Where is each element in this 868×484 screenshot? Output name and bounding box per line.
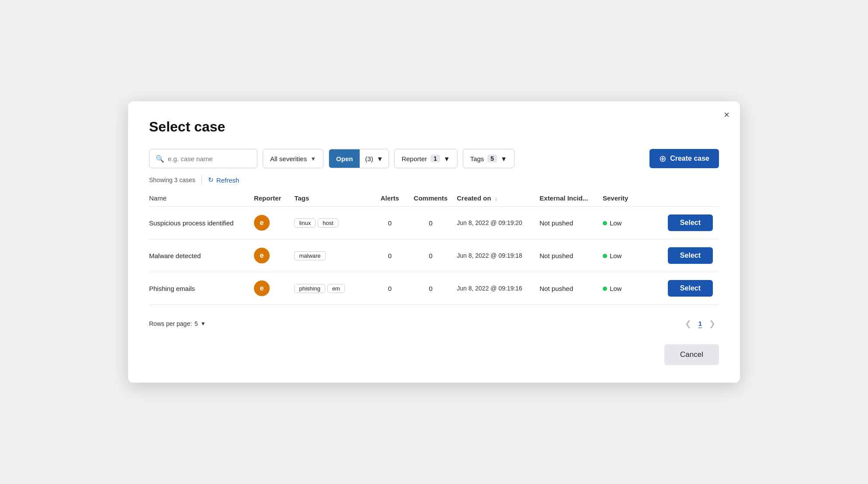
cell-comments: 0 xyxy=(410,272,457,305)
select-button[interactable]: Select xyxy=(668,214,713,231)
chevron-down-icon: ▼ xyxy=(377,155,383,162)
status-count: (3) ▼ xyxy=(360,155,388,162)
cases-table: Name Reporter Tags Alerts Comments Creat… xyxy=(149,190,719,305)
cell-created: Jun 8, 2022 @ 09:19:16 xyxy=(457,272,539,305)
chevron-down-icon: ▼ xyxy=(201,321,206,327)
col-header-action xyxy=(653,190,719,207)
cell-external: Not pushed xyxy=(540,272,603,305)
reporter-dropdown[interactable]: Reporter 1 ▼ xyxy=(394,149,458,168)
select-case-modal: × Select case 🔍 All severities ▼ Open (3… xyxy=(128,101,740,383)
avatar: e xyxy=(254,280,270,296)
toolbar: 🔍 All severities ▼ Open (3) ▼ Reporter 1… xyxy=(149,149,719,168)
cell-tags: linuxhost xyxy=(294,207,375,239)
cancel-button[interactable]: Cancel xyxy=(664,344,719,365)
cell-reporter: e xyxy=(254,207,295,239)
all-severities-dropdown[interactable]: All severities ▼ xyxy=(263,149,323,168)
severity-dot xyxy=(603,221,607,225)
showing-count: Showing 3 cases xyxy=(149,176,195,183)
cell-severity: Low xyxy=(603,207,653,239)
rows-per-page-value: 5 xyxy=(194,320,198,327)
reporter-badge: 1 xyxy=(431,155,440,162)
cell-reporter: e xyxy=(254,239,295,272)
cell-severity: Low xyxy=(603,272,653,305)
rows-per-page-label: Rows per page: xyxy=(149,320,192,327)
search-box: 🔍 xyxy=(149,149,257,168)
col-header-comments: Comments xyxy=(410,190,457,207)
modal-title: Select case xyxy=(149,119,719,135)
col-header-alerts: Alerts xyxy=(375,190,410,207)
avatar: e xyxy=(254,215,270,231)
tag-chip: em xyxy=(327,284,345,293)
cell-external: Not pushed xyxy=(540,239,603,272)
tag-chip: phishing xyxy=(294,284,325,293)
chevron-down-icon: ▼ xyxy=(500,155,507,162)
status-dropdown[interactable]: Open (3) ▼ xyxy=(329,149,389,168)
divider xyxy=(201,176,202,184)
tag-chip: host xyxy=(318,218,338,228)
prev-page-button[interactable]: ❮ xyxy=(681,317,695,330)
cell-action: Select xyxy=(653,239,719,272)
cell-created: Jun 8, 2022 @ 09:19:20 xyxy=(457,207,539,239)
chevron-down-icon: ▼ xyxy=(310,156,316,162)
table-header-row: Name Reporter Tags Alerts Comments Creat… xyxy=(149,190,719,207)
cell-name: Phishing emails xyxy=(149,272,254,305)
avatar: e xyxy=(254,248,270,263)
cell-reporter: e xyxy=(254,272,295,305)
col-header-severity: Severity xyxy=(603,190,653,207)
cell-name: Malware detected xyxy=(149,239,254,272)
table-row: Phishing emailsephishingem00Jun 8, 2022 … xyxy=(149,272,719,305)
search-input[interactable] xyxy=(168,155,251,162)
refresh-icon: ↻ xyxy=(208,176,214,184)
page-controls: ❮ 1 ❯ xyxy=(681,317,719,330)
search-icon: 🔍 xyxy=(156,155,164,163)
tag-chip: malware xyxy=(294,251,325,260)
severity-dot xyxy=(603,254,607,258)
plus-icon: ⊕ xyxy=(659,153,667,164)
select-button[interactable]: Select xyxy=(668,247,713,264)
current-page: 1 xyxy=(698,320,702,328)
showing-bar: Showing 3 cases ↻ Refresh xyxy=(149,176,719,184)
refresh-button[interactable]: ↻ Refresh xyxy=(208,176,240,184)
col-header-tags: Tags xyxy=(294,190,375,207)
select-button[interactable]: Select xyxy=(668,280,713,297)
cell-alerts: 0 xyxy=(375,272,410,305)
tags-dropdown[interactable]: Tags 5 ▼ xyxy=(463,149,514,168)
next-page-button[interactable]: ❯ xyxy=(705,317,719,330)
tags-badge: 5 xyxy=(487,155,497,162)
rows-per-page-selector[interactable]: Rows per page: 5 ▼ xyxy=(149,320,206,327)
col-header-external: External Incid... xyxy=(540,190,603,207)
sort-icon: ↓ xyxy=(495,196,497,202)
severity-dot xyxy=(603,287,607,291)
col-header-created[interactable]: Created on ↓ xyxy=(457,190,539,207)
cell-created: Jun 8, 2022 @ 09:19:18 xyxy=(457,239,539,272)
cell-tags: malware xyxy=(294,239,375,272)
close-button[interactable]: × xyxy=(724,110,729,120)
cell-tags: phishingem xyxy=(294,272,375,305)
cell-action: Select xyxy=(653,272,719,305)
cell-alerts: 0 xyxy=(375,207,410,239)
cell-name: Suspicious process identified xyxy=(149,207,254,239)
tag-chip: linux xyxy=(294,218,316,228)
cell-external: Not pushed xyxy=(540,207,603,239)
cell-action: Select xyxy=(653,207,719,239)
cell-severity: Low xyxy=(603,239,653,272)
cell-comments: 0 xyxy=(410,239,457,272)
cell-comments: 0 xyxy=(410,207,457,239)
table-row: Malware detectedemalware00Jun 8, 2022 @ … xyxy=(149,239,719,272)
col-header-reporter: Reporter xyxy=(254,190,295,207)
footer-actions: Cancel xyxy=(149,344,719,365)
col-header-name: Name xyxy=(149,190,254,207)
cell-alerts: 0 xyxy=(375,239,410,272)
chevron-down-icon: ▼ xyxy=(444,155,450,162)
table-row: Suspicious process identifiedelinuxhost0… xyxy=(149,207,719,239)
status-pill: Open xyxy=(329,149,360,168)
create-case-button[interactable]: ⊕ Create case xyxy=(649,149,719,168)
pagination-bar: Rows per page: 5 ▼ ❮ 1 ❯ xyxy=(149,317,719,330)
